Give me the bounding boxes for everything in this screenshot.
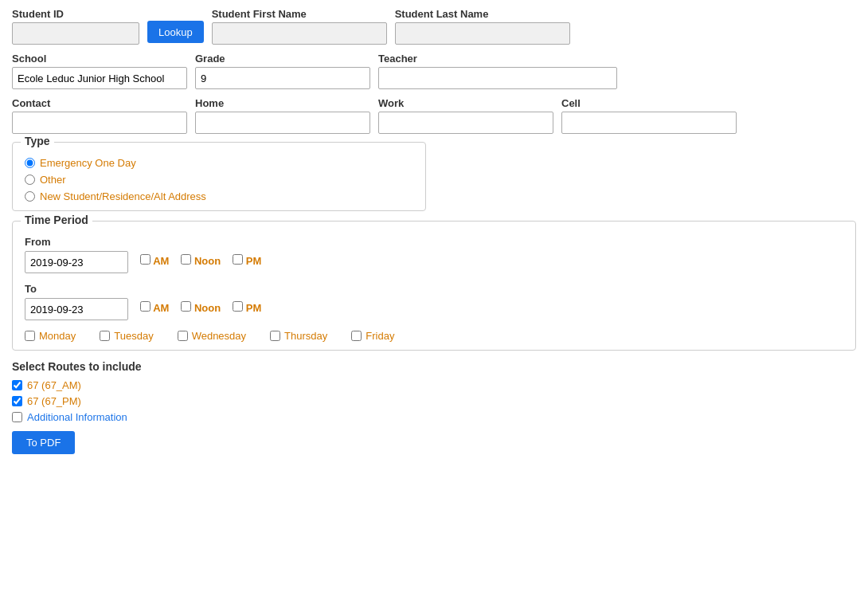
wednesday-checkbox[interactable]	[178, 331, 188, 341]
wednesday-checkbox-group[interactable]: Wednesday	[178, 330, 246, 342]
student-first-name-label: Student First Name	[212, 8, 387, 20]
thursday-checkbox-group[interactable]: Thursday	[270, 330, 327, 342]
teacher-input[interactable]	[378, 67, 617, 89]
type-section: Type Emergency One Day Other New Student…	[12, 142, 426, 211]
to-pm-checkbox[interactable]	[233, 301, 243, 312]
wednesday-label: Wednesday	[192, 330, 246, 342]
friday-checkbox-group[interactable]: Friday	[351, 330, 394, 342]
student-first-name-input[interactable]	[212, 22, 387, 45]
monday-checkbox-group[interactable]: Monday	[25, 330, 76, 342]
additional-info-item[interactable]: Additional Information	[12, 411, 856, 423]
type-new-student-option[interactable]: New Student/Residence/Alt Address	[25, 190, 413, 202]
student-last-name-label: Student Last Name	[395, 8, 570, 20]
cell-label: Cell	[561, 97, 737, 109]
thursday-label: Thursday	[284, 330, 327, 342]
to-am-checkbox[interactable]	[140, 301, 151, 312]
contact-label: Contact	[12, 97, 187, 109]
route-67-am-item[interactable]: 67 (67_AM)	[12, 379, 856, 391]
to-pdf-button[interactable]: To PDF	[12, 431, 75, 454]
work-label: Work	[378, 97, 553, 109]
tuesday-label: Tuesday	[114, 330, 153, 342]
route-67-pm-item[interactable]: 67 (67_PM)	[12, 395, 856, 407]
monday-checkbox[interactable]	[25, 331, 35, 341]
from-pm-label: PM	[246, 255, 262, 267]
time-period-title: Time Period	[21, 214, 92, 226]
tuesday-checkbox[interactable]	[100, 331, 110, 341]
thursday-checkbox[interactable]	[270, 331, 280, 341]
monday-label: Monday	[39, 330, 76, 342]
home-label: Home	[195, 97, 370, 109]
from-am-label: AM	[153, 255, 169, 267]
from-noon-checkbox-group[interactable]: Noon	[181, 254, 221, 267]
route-67-pm-checkbox[interactable]	[12, 396, 22, 406]
work-input[interactable]	[378, 112, 553, 134]
type-other-label: Other	[40, 174, 66, 186]
type-other-radio[interactable]	[25, 174, 35, 185]
friday-checkbox[interactable]	[351, 331, 362, 341]
route-67-pm-label: 67 (67_PM)	[27, 395, 81, 407]
from-noon-checkbox[interactable]	[181, 254, 191, 265]
from-pm-checkbox[interactable]	[233, 254, 243, 265]
additional-info-label: Additional Information	[27, 411, 127, 423]
from-pm-checkbox-group[interactable]: PM	[233, 254, 261, 267]
type-radio-group: Emergency One Day Other New Student/Resi…	[25, 157, 413, 202]
type-emergency-label: Emergency One Day	[40, 157, 136, 169]
tuesday-checkbox-group[interactable]: Tuesday	[100, 330, 153, 342]
to-noon-label: Noon	[194, 302, 221, 314]
type-emergency-option[interactable]: Emergency One Day	[25, 157, 413, 169]
type-new-student-radio[interactable]	[25, 191, 35, 202]
to-pm-label: PM	[246, 302, 262, 314]
type-other-option[interactable]: Other	[25, 174, 413, 186]
school-input[interactable]	[12, 67, 187, 89]
lookup-button[interactable]: Lookup	[147, 21, 204, 43]
to-am-label: AM	[153, 302, 169, 314]
student-id-label: Student ID	[12, 8, 139, 20]
routes-title: Select Routes to include	[12, 360, 856, 373]
to-pm-checkbox-group[interactable]: PM	[233, 301, 261, 314]
time-period-section: Time Period From AM Noon PM	[12, 221, 856, 351]
type-new-student-label: New Student/Residence/Alt Address	[40, 190, 206, 202]
home-input[interactable]	[195, 112, 370, 134]
type-emergency-radio[interactable]	[25, 158, 35, 168]
route-67-am-checkbox[interactable]	[12, 380, 22, 390]
from-date-input[interactable]	[25, 251, 128, 273]
from-noon-label: Noon	[194, 255, 221, 267]
teacher-label: Teacher	[378, 53, 617, 65]
grade-input[interactable]	[195, 67, 370, 89]
from-am-checkbox[interactable]	[140, 254, 151, 265]
from-am-checkbox-group[interactable]: AM	[140, 254, 169, 267]
contact-input[interactable]	[12, 112, 187, 134]
to-noon-checkbox[interactable]	[181, 301, 191, 312]
to-am-checkbox-group[interactable]: AM	[140, 301, 169, 314]
route-67-am-label: 67 (67_AM)	[27, 379, 81, 391]
student-last-name-input[interactable]	[395, 22, 570, 45]
routes-section: Select Routes to include 67 (67_AM) 67 (…	[12, 360, 856, 423]
to-noon-checkbox-group[interactable]: Noon	[181, 301, 221, 314]
type-section-title: Type	[21, 135, 54, 147]
cell-input[interactable]	[561, 112, 737, 134]
to-date-input[interactable]	[25, 298, 128, 320]
school-label: School	[12, 53, 187, 65]
additional-info-checkbox[interactable]	[12, 412, 22, 422]
friday-label: Friday	[366, 330, 394, 342]
to-label: To	[25, 283, 843, 295]
student-id-input[interactable]	[12, 22, 139, 45]
days-row: Monday Tuesday Wednesday Thursday Friday	[25, 330, 843, 342]
grade-label: Grade	[195, 53, 370, 65]
from-label: From	[25, 236, 843, 248]
